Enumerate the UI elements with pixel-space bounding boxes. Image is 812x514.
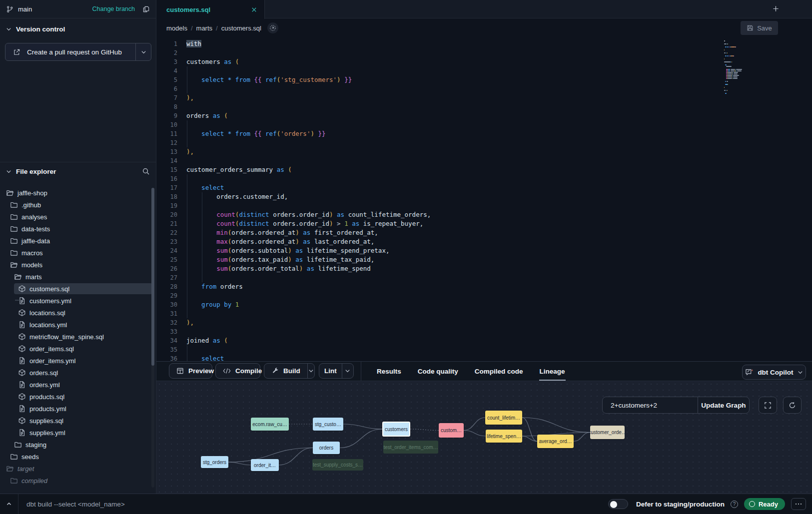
- code-line-27[interactable]: 27: [156, 273, 812, 282]
- lineage-node-test_order_items[interactable]: test_order_items_com…: [383, 441, 438, 454]
- lineage-node-orders[interactable]: orders: [313, 442, 340, 454]
- new-tab-icon[interactable]: [772, 5, 780, 12]
- code-line-5[interactable]: 5 select * from {{ ref('stg_customers') …: [156, 75, 812, 84]
- tree-item-supplies.sql[interactable]: supplies.sql: [0, 415, 156, 427]
- lineage-node-test_supply[interactable]: test_supply_costs_s…: [312, 459, 363, 471]
- code-line-19[interactable]: 19: [156, 201, 812, 210]
- code-line-20[interactable]: 20 count(distinct orders.order_id) as co…: [156, 210, 812, 219]
- breadcrumb-file[interactable]: customers.sql: [221, 24, 261, 32]
- lineage-node-count_lifetime[interactable]: count_lifetim…: [485, 411, 522, 425]
- tree-item-staging[interactable]: staging: [0, 439, 156, 451]
- tab-compiled-code[interactable]: Compiled code: [474, 367, 524, 376]
- tree-item-target[interactable]: target: [0, 463, 156, 475]
- code-line-13[interactable]: 13),: [156, 147, 812, 156]
- tree-item-compiled[interactable]: compiled: [0, 475, 156, 487]
- minimap[interactable]: [724, 40, 773, 100]
- code-line-31[interactable]: 31: [156, 309, 812, 318]
- tree-item-order-items.yml[interactable]: order_items.yml: [0, 355, 156, 367]
- tree-item-models[interactable]: models: [0, 259, 156, 271]
- tree-item-orders.sql[interactable]: orders.sql: [0, 367, 156, 379]
- tree-item-macros[interactable]: macros: [0, 247, 156, 259]
- code-line-34[interactable]: 34joined as (: [156, 336, 812, 345]
- tree-item-.github[interactable]: .github: [0, 199, 156, 211]
- lineage-node-ecom_raw[interactable]: ecom.raw_cu…: [251, 418, 289, 431]
- create-pr-button[interactable]: Create a pull request on GitHub: [5, 43, 151, 61]
- code-editor[interactable]: 1with23customers as (45 select * from {{…: [156, 37, 812, 361]
- lineage-node-stg_customers[interactable]: stg_custo…: [313, 418, 343, 431]
- code-line-3[interactable]: 3customers as (: [156, 57, 812, 66]
- tree-item-analyses[interactable]: analyses: [0, 211, 156, 223]
- lineage-node-average_order[interactable]: average_ord…: [537, 435, 574, 448]
- dbt-copilot-button[interactable]: dbt Copilot: [742, 365, 806, 380]
- refresh-button[interactable]: [783, 397, 802, 414]
- lineage-selector-input[interactable]: 2+customers+2: [603, 397, 698, 413]
- code-line-15[interactable]: 15customer_orders_summary as (: [156, 165, 812, 174]
- copy-branch-icon[interactable]: [142, 5, 150, 13]
- lineage-node-order_items[interactable]: order_it…: [251, 459, 279, 471]
- code-line-12[interactable]: 12: [156, 138, 812, 147]
- tree-item-jaffle-shop[interactable]: jaffle-shop: [0, 187, 156, 199]
- lineage-node-stg_orders[interactable]: stg_orders: [201, 456, 228, 468]
- preview-button[interactable]: Preview: [169, 363, 212, 379]
- scrollbar-thumb[interactable]: [151, 188, 154, 366]
- breadcrumb-marts[interactable]: marts: [196, 24, 213, 32]
- code-line-36[interactable]: 36 select: [156, 354, 812, 361]
- code-line-2[interactable]: 2: [156, 48, 812, 57]
- lineage-node-customers[interactable]: customers: [382, 422, 410, 437]
- command-input[interactable]: dbt build --select <model_name>: [26, 501, 125, 508]
- collapse-bar-button[interactable]: [0, 494, 18, 514]
- code-line-23[interactable]: 23 max(orders.ordered_at) as last_ordere…: [156, 237, 812, 246]
- code-line-1[interactable]: 1with: [156, 39, 812, 48]
- code-line-18[interactable]: 18 orders.customer_id,: [156, 192, 812, 201]
- code-line-24[interactable]: 24 sum(orders.subtotal) as lifetime_spen…: [156, 246, 812, 255]
- change-branch-link[interactable]: Change branch: [92, 5, 135, 12]
- code-line-22[interactable]: 22 min(orders.ordered_at) as first_order…: [156, 228, 812, 237]
- save-button[interactable]: Save: [741, 21, 778, 35]
- code-line-21[interactable]: 21 count(distinct orders.order_id) > 1 a…: [156, 219, 812, 228]
- close-tab-icon[interactable]: [251, 6, 257, 13]
- file-explorer-header[interactable]: File explorer: [0, 162, 156, 180]
- sidebar-scrollbar[interactable]: [151, 188, 154, 488]
- defer-toggle[interactable]: [608, 499, 628, 509]
- tree-item-supplies.yml[interactable]: supplies.yml: [0, 427, 156, 439]
- tree-item-order-items.sql[interactable]: order_items.sql: [0, 343, 156, 355]
- tree-item-customers.sql[interactable]: customers.sql: [0, 283, 156, 295]
- code-line-26[interactable]: 26 sum(orders.order_total) as lifetime_s…: [156, 264, 812, 273]
- build-dropdown[interactable]: [307, 364, 314, 378]
- code-line-33[interactable]: 33: [156, 327, 812, 336]
- code-line-8[interactable]: 8: [156, 102, 812, 111]
- tree-item-locations.yml[interactable]: locations.yml: [0, 319, 156, 331]
- code-line-4[interactable]: 4: [156, 66, 812, 75]
- tree-item-locations.sql[interactable]: locations.sql: [0, 307, 156, 319]
- code-line-9[interactable]: 9orders as (: [156, 111, 812, 120]
- tree-item-orders.yml[interactable]: orders.yml: [0, 379, 156, 391]
- tab-customers-sql[interactable]: customers.sql: [156, 0, 265, 19]
- code-line-29[interactable]: 29: [156, 291, 812, 300]
- tree-item-metricflow-time-spine.sql[interactable]: metricflow_time_spine.sql: [0, 331, 156, 343]
- compile-button[interactable]: Compile: [215, 363, 260, 379]
- code-line-16[interactable]: 16: [156, 174, 812, 183]
- code-line-28[interactable]: 28 from orders: [156, 282, 812, 291]
- tab-results[interactable]: Results: [376, 367, 402, 376]
- help-icon[interactable]: ?: [731, 501, 738, 508]
- tree-item-products.yml[interactable]: products.yml: [0, 403, 156, 415]
- search-icon[interactable]: [142, 167, 150, 175]
- code-line-11[interactable]: 11 select * from {{ ref('orders') }}: [156, 129, 812, 138]
- tree-item-products.sql[interactable]: products.sql: [0, 391, 156, 403]
- version-control-header[interactable]: Version control: [0, 18, 156, 39]
- code-line-10[interactable]: 10: [156, 120, 812, 129]
- create-pr-dropdown[interactable]: [135, 43, 151, 60]
- tree-item-jaffle-data[interactable]: jaffle-data: [0, 235, 156, 247]
- more-options-button[interactable]: [791, 498, 806, 510]
- build-button[interactable]: Build: [264, 363, 315, 379]
- code-line-14[interactable]: 14: [156, 156, 812, 165]
- lineage-node-lifetime_spend[interactable]: lifetime_spen…: [486, 430, 522, 443]
- code-line-30[interactable]: 30 group by 1: [156, 300, 812, 309]
- tree-item-data-tests[interactable]: data-tests: [0, 223, 156, 235]
- code-line-25[interactable]: 25 sum(orders.tax_paid) as lifetime_tax_…: [156, 255, 812, 264]
- file-actions-icon[interactable]: [267, 22, 278, 33]
- lineage-node-customer_orders[interactable]: customer_orde…: [590, 426, 625, 439]
- lint-button[interactable]: Lint: [319, 363, 354, 379]
- lineage-node-custom[interactable]: custom…: [439, 423, 464, 438]
- code-line-35[interactable]: 35: [156, 345, 812, 354]
